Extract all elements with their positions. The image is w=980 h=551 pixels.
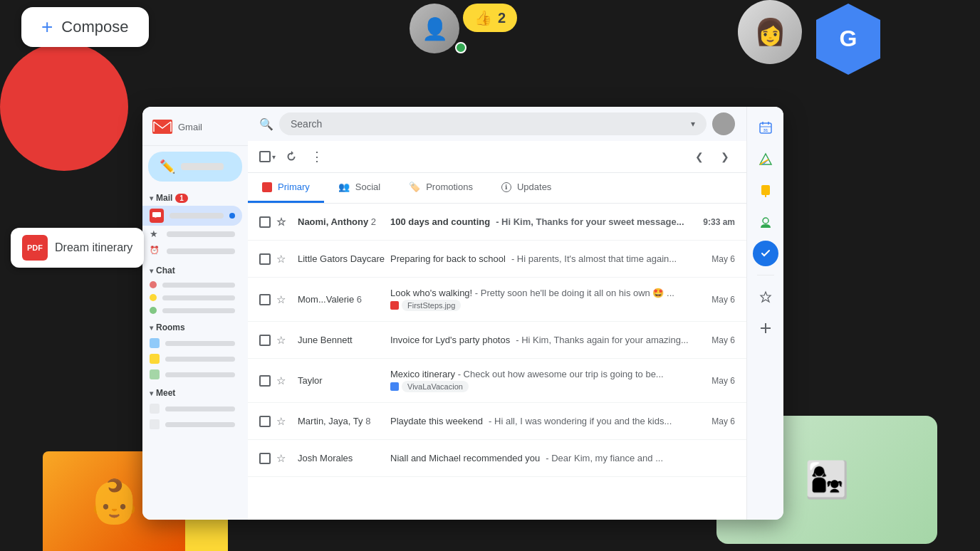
add-icon-button[interactable] <box>753 315 778 341</box>
sidebar-chat-item-2[interactable] <box>142 291 242 304</box>
starred-label <box>167 231 235 237</box>
sidebar-room-item-2[interactable] <box>142 351 242 367</box>
email-subject-6: Playdate this weekend <box>390 416 483 426</box>
sidebar-meet-item-1[interactable] <box>142 401 242 416</box>
email-checkbox-2[interactable] <box>259 253 271 265</box>
meet-name-2 <box>165 422 235 427</box>
tasks-icon-button[interactable] <box>753 241 778 266</box>
mail-section-arrow: ▾ <box>150 194 153 202</box>
compose-label: Compose <box>61 18 128 36</box>
room-name-2 <box>165 357 235 362</box>
sidebar-item-snoozed[interactable]: ⏰ <box>142 243 242 260</box>
sidebar-compose-plus-icon: ✏️ <box>160 159 175 174</box>
email-checkbox-6[interactable] <box>259 416 271 427</box>
email-row[interactable]: ☆ June Bennett Invoice for Lyd's party p… <box>248 322 746 359</box>
right-icon-bar: 31 <box>746 107 783 520</box>
sidebar-item-starred[interactable]: ★ <box>142 226 242 243</box>
email-sender-7: Josh Morales <box>298 453 390 463</box>
email-star-3[interactable]: ☆ <box>276 293 289 306</box>
explore-icon-button[interactable] <box>753 284 778 310</box>
tab-social[interactable]: 👥 Social <box>324 173 395 203</box>
select-all-checkbox[interactable]: ▾ <box>259 151 276 162</box>
email-row[interactable]: ☆ Martin, Jaya, Ty 8 Playdate this weeke… <box>248 403 746 440</box>
svg-rect-11 <box>761 185 770 195</box>
nav-prev-button[interactable]: ❮ <box>689 147 709 167</box>
sidebar-room-item-3[interactable] <box>142 367 242 382</box>
more-options-button[interactable]: ⋮ <box>307 147 327 167</box>
keep-icon-button[interactable] <box>753 178 778 204</box>
checkbox-all[interactable] <box>259 151 271 162</box>
bg-red-circle <box>0 43 128 171</box>
search-placeholder: Search <box>291 118 322 130</box>
pdf-label: Dream itinerary <box>55 241 132 254</box>
email-time-5: May 6 <box>711 376 735 386</box>
sidebar-room-item-1[interactable] <box>142 335 242 351</box>
attachment-icon-5 <box>390 382 399 391</box>
compose-button-hero[interactable]: + Compose <box>21 7 149 47</box>
sidebar-section-meet: ▾ Meet <box>142 385 248 432</box>
email-row[interactable]: ☆ Naomi, Anthony 2 100 days and counting… <box>248 204 746 241</box>
sidebar-compose-button[interactable]: ✏️ <box>148 152 242 182</box>
email-time-2: May 6 <box>711 254 735 264</box>
tab-primary[interactable]: Primary <box>248 173 324 203</box>
email-star-4[interactable]: ☆ <box>276 334 289 347</box>
search-dropdown-arrow[interactable]: ▾ <box>691 119 695 129</box>
email-star-2[interactable]: ☆ <box>276 253 289 266</box>
user-avatar[interactable] <box>712 112 735 135</box>
email-body-3: Look who's walking! - Pretty soon he'll … <box>390 288 706 311</box>
email-list: ☆ Naomi, Anthony 2 100 days and counting… <box>248 204 746 520</box>
email-checkbox-1[interactable] <box>259 216 271 228</box>
sidebar-chat-item-1[interactable] <box>142 278 242 291</box>
sidebar-mail-header[interactable]: ▾ Mail 1 <box>142 190 248 206</box>
email-star-7[interactable]: ☆ <box>276 452 289 465</box>
select-chevron[interactable]: ▾ <box>272 153 276 161</box>
primary-tab-icon <box>262 182 272 192</box>
email-star-6[interactable]: ☆ <box>276 415 289 428</box>
tab-updates[interactable]: ℹ Updates <box>487 173 565 203</box>
nav-next-button[interactable]: ❯ <box>715 147 735 167</box>
email-checkbox-3[interactable] <box>259 294 271 305</box>
tab-promotions[interactable]: 🏷️ Promotions <box>395 173 487 203</box>
search-bar[interactable]: Search ▾ <box>279 112 707 135</box>
email-preview-2: - Hi parents, It's almost that time agai… <box>511 253 677 264</box>
more-icon: ⋮ <box>311 149 324 164</box>
gmail-logo-text: Gmail <box>178 122 202 132</box>
svg-rect-1 <box>152 120 172 134</box>
svg-marker-14 <box>761 292 771 302</box>
meet-name-1 <box>165 406 235 411</box>
email-subject-2: Preparing for back to school <box>390 253 506 264</box>
chat-dot-3 <box>150 307 157 314</box>
email-subject-4: Invoice for Lyd's party photos <box>390 335 510 345</box>
sidebar-chat-header[interactable]: ▾ Chat <box>142 263 248 278</box>
drive-icon-button[interactable] <box>753 147 778 172</box>
rooms-section-arrow: ▾ <box>150 324 153 332</box>
email-row[interactable]: ☆ Mom...Valerie 6 Look who's walking! - … <box>248 278 746 322</box>
email-sender-3: Mom...Valerie 6 <box>298 294 390 305</box>
sidebar-meet-item-2[interactable] <box>142 416 242 432</box>
chat-name-3 <box>162 308 235 313</box>
sidebar-rooms-header[interactable]: ▾ Rooms <box>142 320 248 335</box>
inbox-label-bar <box>170 213 224 219</box>
sidebar-meet-header[interactable]: ▾ Meet <box>142 385 248 401</box>
sidebar-section-chat: ▾ Chat <box>142 263 248 317</box>
sidebar-chat-item-3[interactable] <box>142 304 242 317</box>
email-checkbox-4[interactable] <box>259 335 271 346</box>
email-star-5[interactable]: ☆ <box>276 374 289 387</box>
toolbar: ▾ ⋮ ❮ ❯ <box>248 141 746 173</box>
pdf-icon: PDF <box>22 235 48 261</box>
sidebar-item-inbox[interactable] <box>142 206 242 226</box>
email-row[interactable]: ☆ Little Gators Daycare Preparing for ba… <box>248 241 746 278</box>
email-body-4: Invoice for Lyd's party photos - Hi Kim,… <box>390 335 706 345</box>
email-checkbox-7[interactable] <box>259 453 271 464</box>
email-checkbox-5[interactable] <box>259 375 271 387</box>
email-body-1: 100 days and counting - Hi Kim, Thanks f… <box>390 216 697 227</box>
meet-section-arrow: ▾ <box>150 389 153 397</box>
refresh-button[interactable] <box>281 147 301 167</box>
email-row[interactable]: ☆ Josh Morales Niall and Michael recomme… <box>248 440 746 477</box>
room-name-1 <box>165 341 235 346</box>
email-row[interactable]: ☆ Taylor Mexico itinerary - Check out ho… <box>248 359 746 403</box>
gmail-header: Gmail <box>142 114 248 146</box>
email-star-1[interactable]: ☆ <box>276 216 289 229</box>
contacts-icon-button[interactable] <box>753 209 778 235</box>
calendar-icon-button[interactable]: 31 <box>753 115 778 141</box>
